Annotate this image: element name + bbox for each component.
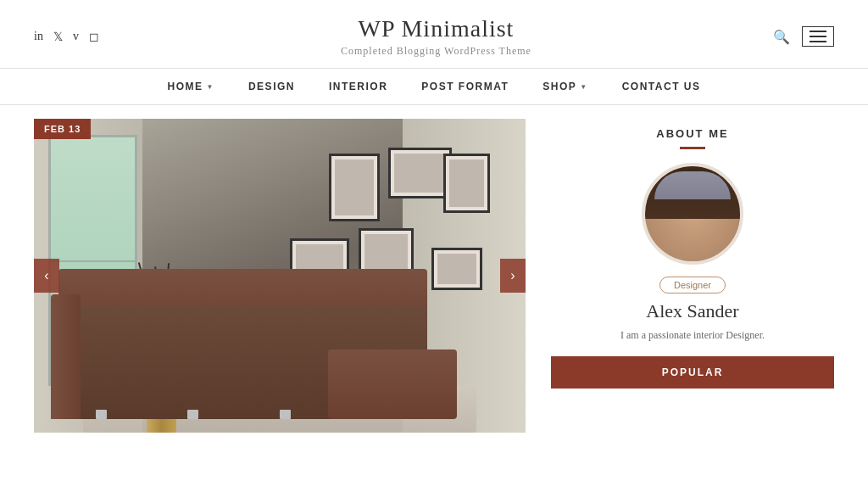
popular-button[interactable]: POPULAR xyxy=(551,356,834,389)
nav-home[interactable]: HOME ▼ xyxy=(151,81,231,92)
nav-shop[interactable]: SHOP ▼ xyxy=(526,81,604,92)
site-title: WP Minimalist xyxy=(99,15,773,42)
menu-button[interactable] xyxy=(802,26,834,47)
about-title: ABOUT ME xyxy=(551,127,834,140)
frame-2 xyxy=(388,148,452,198)
about-divider xyxy=(680,147,705,149)
site-tagline: Completed Blogging WordPress Theme xyxy=(99,45,773,58)
menu-line1 xyxy=(810,31,826,32)
vimeo-icon[interactable]: v xyxy=(73,30,79,43)
slider-container xyxy=(34,119,526,433)
sofa xyxy=(58,260,427,433)
nav-design[interactable]: DESIGN xyxy=(231,81,312,92)
search-button[interactable]: 🔍 xyxy=(773,29,790,45)
nav-post-format[interactable]: POST FORMAT xyxy=(404,81,526,92)
shop-arrow-icon: ▼ xyxy=(580,83,587,91)
menu-line2 xyxy=(810,36,826,37)
designer-badge: Designer xyxy=(659,277,726,294)
home-arrow-icon: ▼ xyxy=(207,83,214,91)
frame-1 xyxy=(329,154,380,221)
linkedin-icon[interactable]: in xyxy=(34,30,43,43)
twitter-icon[interactable]: 𝕏 xyxy=(53,30,63,44)
date-badge: FEB 13 xyxy=(34,119,91,139)
slider-prev-button[interactable]: ‹ xyxy=(34,259,59,293)
menu-line3 xyxy=(810,41,826,42)
about-widget: ABOUT ME Designer Alex Sander I am a pas… xyxy=(551,119,834,397)
featured-slider: FEB 13 xyxy=(34,119,526,433)
brand-block: WP Minimalist Completed Blogging WordPre… xyxy=(99,15,773,58)
main-content: FEB 13 xyxy=(0,105,868,433)
frame-3 xyxy=(443,154,490,213)
main-nav: HOME ▼ DESIGN INTERIOR POST FORMAT SHOP … xyxy=(0,69,868,105)
author-name: Alex Sander xyxy=(551,300,834,322)
instagram-icon[interactable]: ◻ xyxy=(89,30,99,44)
slider-image xyxy=(34,119,526,433)
sidebar: ABOUT ME Designer Alex Sander I am a pas… xyxy=(551,119,834,433)
avatar xyxy=(642,163,743,265)
sofa-leg-3 xyxy=(280,410,291,419)
sofa-leg-2 xyxy=(187,410,198,419)
header-actions: 🔍 xyxy=(773,26,834,47)
sofa-leg-1 xyxy=(96,410,107,419)
social-links: in 𝕏 v ◻ xyxy=(34,30,99,44)
site-header: in 𝕏 v ◻ WP Minimalist Completed Bloggin… xyxy=(0,0,868,69)
sofa-chaise xyxy=(328,349,457,418)
sofa-armrest xyxy=(51,294,81,419)
nav-interior[interactable]: INTERIOR xyxy=(312,81,404,92)
nav-contact[interactable]: CONTACT US xyxy=(605,81,718,92)
author-description: I am a passionate interior Designer. xyxy=(551,327,834,343)
slider-next-button[interactable]: › xyxy=(500,259,526,293)
frame-6 xyxy=(431,248,482,290)
